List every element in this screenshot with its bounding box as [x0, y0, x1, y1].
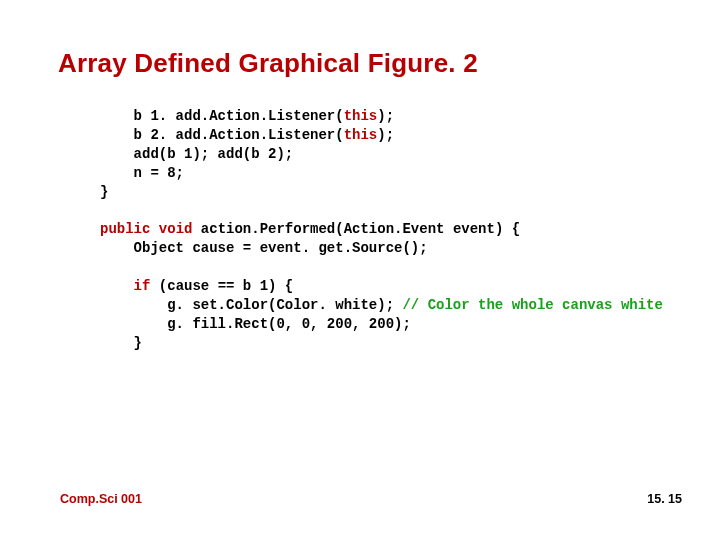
code-line: [150, 221, 158, 237]
code-line: }: [100, 335, 142, 351]
code-line: action.Performed(Action.Event event) {: [192, 221, 520, 237]
code-line: b 2. add.Action.Listener(: [100, 127, 344, 143]
footer-course: Comp.Sci 001: [60, 492, 142, 506]
slide-title: Array Defined Graphical Figure. 2: [58, 48, 662, 79]
comment: // Color the whole canvas white: [402, 297, 662, 313]
code-line: g. set.Color(Color. white);: [100, 297, 402, 313]
code-line: n = 8;: [100, 165, 184, 181]
footer-page: 15. 15: [647, 492, 682, 506]
code-line: g. fill.Rect(0, 0, 200, 200);: [100, 316, 411, 332]
keyword-void: void: [159, 221, 193, 237]
code-line: );: [377, 108, 394, 124]
code-line: b 1. add.Action.Listener(: [100, 108, 344, 124]
keyword-if: if: [134, 278, 151, 294]
code-line: [100, 278, 134, 294]
code-line: (cause == b 1) {: [150, 278, 293, 294]
code-block: b 1. add.Action.Listener(this); b 2. add…: [100, 107, 662, 353]
keyword-this: this: [344, 108, 378, 124]
code-line: );: [377, 127, 394, 143]
code-line: }: [100, 184, 108, 200]
code-line: Object cause = event. get.Source();: [100, 240, 428, 256]
code-line: add(b 1); add(b 2);: [100, 146, 293, 162]
keyword-public: public: [100, 221, 150, 237]
keyword-this: this: [344, 127, 378, 143]
